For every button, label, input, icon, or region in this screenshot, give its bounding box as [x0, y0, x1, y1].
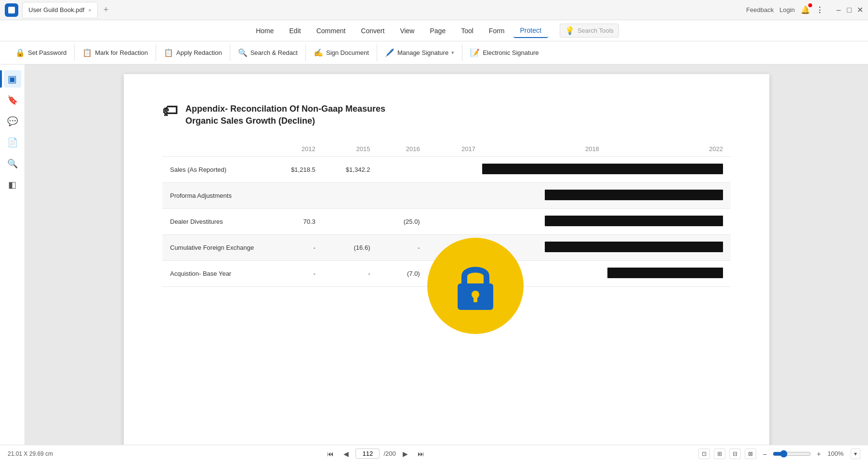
- cell-sales-2015: $1,342.2: [323, 157, 378, 183]
- first-page-button[interactable]: ⏮: [324, 448, 337, 460]
- sidebar-item-bookmarks[interactable]: 🔖: [4, 91, 21, 109]
- col-header-2015: 2015: [323, 141, 378, 157]
- active-indicator: [0, 70, 2, 88]
- col-header-2017: 2017: [428, 141, 483, 157]
- minimize-button[interactable]: –: [835, 7, 842, 13]
- tab-title: User Guild Book.pdf: [28, 6, 84, 13]
- mark-redaction-label: Mark for Redaction: [95, 49, 148, 56]
- sidebar-item-pages[interactable]: 📄: [4, 134, 21, 151]
- row-label-proforma: Proforma Adjustments: [162, 183, 268, 209]
- menu-home[interactable]: Home: [249, 24, 280, 38]
- page-number-input[interactable]: [355, 449, 380, 459]
- apply-redaction-icon: 📋: [164, 48, 173, 57]
- set-password-icon: 🔒: [15, 48, 25, 57]
- redacted-block-forex: [545, 242, 723, 252]
- sidebar-item-layers[interactable]: ◧: [4, 176, 21, 193]
- sidebar-item-search[interactable]: 🔍: [4, 155, 21, 172]
- redacted-block-acq: [607, 268, 723, 278]
- zoom-slider[interactable]: [773, 450, 811, 458]
- close-button[interactable]: ✕: [856, 7, 863, 13]
- notification-icon[interactable]: 🔔: [801, 5, 810, 14]
- window-controls: – □ ✕: [835, 7, 863, 13]
- status-center: ⏮ ◀ /200 ▶ ⏭: [324, 448, 427, 460]
- lock-overlay: [427, 238, 524, 334]
- col-header-2016: 2016: [378, 141, 427, 157]
- cell-proforma-2017: [428, 183, 731, 209]
- pdf-content-area: 🏷 Appendix- Reconcilation Of Non-Gaap Me…: [25, 64, 868, 445]
- menu-tool[interactable]: Tool: [454, 24, 480, 38]
- sign-document-label: Sign Document: [326, 49, 369, 56]
- grid-view-button[interactable]: ⊟: [729, 449, 741, 459]
- zoom-out-button[interactable]: –: [760, 448, 770, 460]
- tab-close-button[interactable]: ×: [88, 7, 91, 13]
- electronic-signature-button[interactable]: 📝 Electronic Signature: [462, 44, 546, 61]
- menu-convert[interactable]: Convert: [354, 24, 391, 38]
- title-line1: Appendix- Reconcilation Of Non-Gaap Meas…: [185, 103, 385, 115]
- main-area: ▣ 🔖 💬 📄 🔍 ◧ 🏷 Appendix- Reconcilation Of…: [0, 64, 868, 445]
- status-right: ⊡ ⊞ ⊟ ⊠ – + 100% ▾: [698, 448, 860, 460]
- zoom-value: 100%: [828, 450, 847, 457]
- electronic-signature-label: Electronic Signature: [483, 49, 539, 56]
- tab-area: User Guild Book.pdf × +: [22, 2, 742, 18]
- title-text: Appendix- Reconcilation Of Non-Gaap Meas…: [185, 103, 385, 127]
- svg-rect-2: [473, 296, 477, 302]
- active-tab[interactable]: User Guild Book.pdf ×: [22, 2, 98, 18]
- fit-page-button[interactable]: ⊡: [698, 449, 710, 459]
- apply-redaction-button[interactable]: 📋 Apply Redaction: [156, 44, 230, 61]
- menu-form[interactable]: Form: [482, 24, 512, 38]
- sign-document-icon: ✍️: [314, 48, 323, 57]
- menu-comment[interactable]: Comment: [310, 24, 353, 38]
- redacted-block-dealer: [545, 216, 723, 226]
- mark-for-redaction-button[interactable]: 📋 Mark for Redaction: [75, 44, 156, 61]
- cell-dealer-2012: 70.3: [268, 209, 323, 235]
- left-sidebar: ▣ 🔖 💬 📄 🔍 ◧: [0, 64, 25, 445]
- title-line2: Organic Sales Growth (Decline): [185, 115, 385, 127]
- col-header-2018: 2018: [483, 141, 607, 157]
- menu-page[interactable]: Page: [423, 24, 452, 38]
- search-tools-area[interactable]: 💡 Search Tools: [560, 24, 619, 38]
- feedback-button[interactable]: Feedback: [746, 6, 774, 13]
- maximize-button[interactable]: □: [846, 7, 853, 13]
- titlebar: User Guild Book.pdf × + Feedback Login 🔔…: [0, 0, 868, 20]
- app-logo: [5, 3, 18, 17]
- zoom-dropdown-button[interactable]: ▾: [851, 449, 860, 459]
- login-button[interactable]: Login: [779, 6, 795, 13]
- menu-view[interactable]: View: [393, 24, 421, 38]
- titlebar-right: Feedback Login 🔔 ⋮ – □ ✕: [746, 5, 863, 14]
- sign-document-button[interactable]: ✍️ Sign Document: [306, 44, 377, 61]
- menubar: Home Edit Comment Convert View Page Tool…: [0, 20, 868, 41]
- manage-signature-button[interactable]: 🖊️ Manage Signature ▾: [377, 44, 462, 61]
- menu-edit[interactable]: Edit: [283, 24, 308, 38]
- lock-icon: [454, 262, 497, 310]
- mark-redaction-icon: 📋: [82, 48, 92, 57]
- page-icon: 🏷: [162, 103, 178, 118]
- col-header-label: [162, 141, 268, 157]
- apply-redaction-label: Apply Redaction: [176, 49, 222, 56]
- notification-badge: [808, 3, 812, 7]
- sidebar-item-comments[interactable]: 💬: [4, 113, 21, 130]
- last-page-button[interactable]: ⏭: [415, 448, 427, 460]
- cell-proforma-2016: [378, 183, 427, 209]
- cell-forex-2015: (16.6): [323, 235, 378, 261]
- sidebar-item-thumbnails[interactable]: ▣: [4, 70, 21, 88]
- pdf-page: 🏷 Appendix- Reconcilation Of Non-Gaap Me…: [124, 74, 769, 445]
- prev-page-button[interactable]: ◀: [341, 448, 352, 460]
- new-tab-button[interactable]: +: [100, 3, 113, 17]
- cell-forex-2012: -: [268, 235, 323, 261]
- table-row: Dealer Divestitures 70.3 (25.0): [162, 209, 731, 235]
- row-label-dealer: Dealer Divestitures: [162, 209, 268, 235]
- toolbar: 🔒 Set Password 📋 Mark for Redaction 📋 Ap…: [0, 41, 868, 64]
- set-password-button[interactable]: 🔒 Set Password: [8, 44, 75, 61]
- fit-width-button[interactable]: ⊞: [714, 449, 725, 459]
- next-page-button[interactable]: ▶: [400, 448, 411, 460]
- page-title: 🏷 Appendix- Reconcilation Of Non-Gaap Me…: [162, 103, 731, 127]
- zoom-in-button[interactable]: +: [814, 448, 824, 460]
- two-page-button[interactable]: ⊠: [745, 449, 756, 459]
- manage-signature-label: Manage Signature: [397, 49, 448, 56]
- row-label-acquisition: Acquistion- Base Year: [162, 261, 268, 287]
- cell-proforma-2012: [268, 183, 323, 209]
- menu-protect[interactable]: Protect: [513, 24, 548, 38]
- redacted-block-sales: [482, 164, 723, 174]
- more-options-icon[interactable]: ⋮: [816, 5, 824, 14]
- search-redact-button[interactable]: 🔍 Search & Redact: [230, 44, 306, 61]
